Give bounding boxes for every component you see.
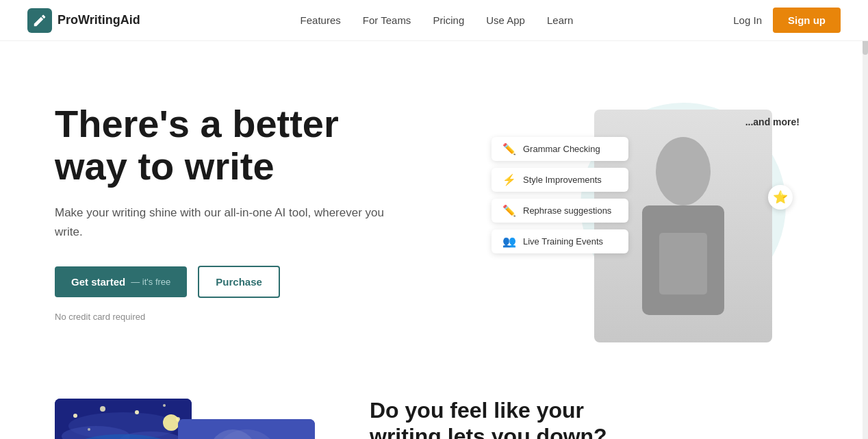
style-label: Style Improvements: [523, 175, 602, 185]
brand-name: ProWritingAid: [58, 13, 140, 27]
starry-night-image: [55, 399, 192, 439]
blue-overlay-card: [178, 419, 315, 439]
sign-up-button[interactable]: Sign up: [773, 8, 841, 33]
svg-point-10: [135, 410, 139, 414]
scrollbar[interactable]: [863, 0, 868, 439]
hero-buttons: Get started — it's free Purchase: [55, 266, 411, 298]
feature-cards-list: ✏️ Grammar Checking ⚡ Style Improvements…: [492, 137, 628, 253]
feature-card-training: 👥 Live Training Events: [492, 229, 628, 253]
star-badge: ⭐: [768, 185, 793, 210]
hero-title: There's a better way to write: [55, 103, 411, 187]
feature-card-grammar: ✏️ Grammar Checking: [492, 137, 628, 161]
no-credit-card-text: No credit card required: [55, 312, 411, 322]
hero-section: There's a better way to write Make your …: [0, 41, 868, 370]
navbar: ProWritingAid Features For Teams Pricing…: [0, 0, 868, 41]
svg-point-11: [163, 404, 166, 407]
log-in-button[interactable]: Log In: [733, 14, 762, 26]
svg-point-8: [73, 414, 77, 418]
training-icon: 👥: [502, 235, 516, 248]
svg-point-0: [656, 137, 711, 205]
navbar-right: Log In Sign up: [733, 8, 841, 33]
bottom-title: Do you feel like your writing lets you d…: [370, 397, 657, 439]
feature-card-rephrase: ✏️ Rephrase suggestions: [492, 199, 628, 223]
rephrase-label: Rephrase suggestions: [523, 205, 611, 216]
hero-illustration: ✏️ Grammar Checking ⚡ Style Improvements…: [485, 82, 813, 342]
nav-learn[interactable]: Learn: [547, 14, 573, 26]
svg-point-13: [88, 428, 90, 431]
get-started-free-label: — it's free: [131, 277, 170, 287]
grammar-icon: ✏️: [502, 142, 516, 155]
bottom-section: My idea in my head Do you feel like your…: [0, 370, 868, 439]
feature-card-style: ⚡ Style Improvements: [492, 168, 628, 192]
svg-point-14: [163, 414, 179, 431]
get-started-button[interactable]: Get started — it's free: [55, 266, 187, 297]
logo-icon: [27, 8, 52, 33]
hero-subtitle: Make your writing shine with our all-in-…: [55, 203, 411, 240]
training-label: Live Training Events: [523, 236, 603, 247]
nav-for-teams[interactable]: For Teams: [363, 14, 411, 26]
svg-rect-2: [659, 233, 707, 294]
bottom-image-area: My idea in my head: [55, 399, 315, 439]
hero-content: There's a better way to write Make your …: [55, 103, 411, 322]
and-more-label: ...and more!: [745, 116, 800, 127]
brand-logo-area[interactable]: ProWritingAid: [27, 8, 140, 33]
purchase-button[interactable]: Purchase: [198, 266, 280, 298]
nav-links: Features For Teams Pricing Use App Learn: [301, 14, 574, 26]
bottom-text-area: Do you feel like your writing lets you d…: [370, 397, 657, 439]
svg-point-9: [100, 406, 105, 412]
rephrase-icon: ✏️: [502, 204, 516, 217]
grammar-label: Grammar Checking: [523, 144, 600, 154]
nav-features[interactable]: Features: [301, 14, 341, 26]
nav-use-app[interactable]: Use App: [486, 14, 525, 26]
nav-pricing[interactable]: Pricing: [433, 14, 464, 26]
style-icon: ⚡: [502, 173, 516, 186]
illustration-container: ✏️ Grammar Checking ⚡ Style Improvements…: [485, 82, 813, 342]
